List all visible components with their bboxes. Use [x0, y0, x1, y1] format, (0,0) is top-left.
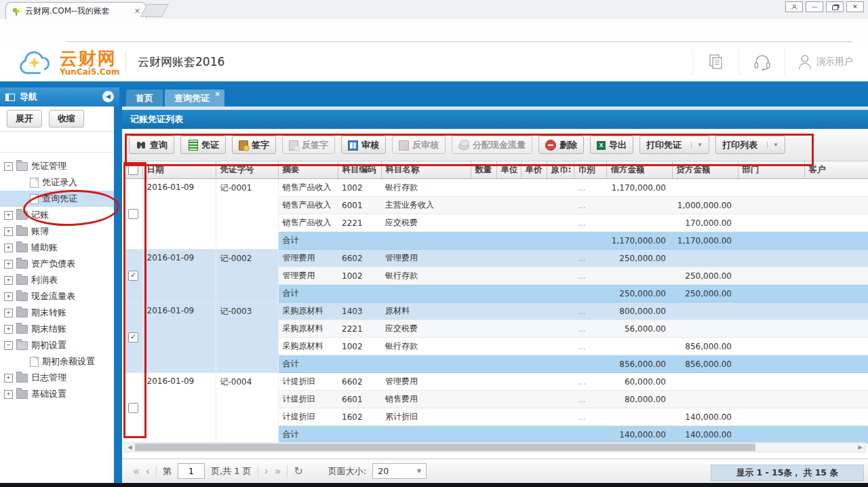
- toolbar-button-凭证[interactable]: 凭证: [180, 136, 226, 154]
- sidebar-item-label: 日志管理: [31, 372, 66, 384]
- row-checkbox[interactable]: [128, 209, 138, 219]
- page-size-select[interactable]: 20 ▼: [372, 463, 427, 479]
- sidebar-item-辅助账[interactable]: +辅助账: [0, 239, 114, 256]
- toolbar-button-打印列表[interactable]: 打印列表▼: [715, 136, 785, 154]
- account-name-cell: 销售费用: [381, 391, 471, 408]
- account-code-cell: 2221: [338, 320, 381, 338]
- column-header-借方金额[interactable]: 借方金额: [606, 161, 672, 179]
- first-page-icon[interactable]: «: [133, 465, 140, 478]
- row-checkbox[interactable]: [128, 403, 138, 413]
- column-header-币别[interactable]: 币别: [574, 161, 606, 179]
- toolbar-button-审核[interactable]: 审核: [341, 136, 386, 154]
- sidebar-item-期末转账[interactable]: +期末转账: [0, 305, 114, 321]
- folder-icon: [16, 244, 28, 252]
- column-header-科目名称[interactable]: 科目名称: [381, 161, 471, 179]
- collapse-all-button[interactable]: 收缩: [49, 110, 84, 128]
- support-button[interactable]: [738, 48, 785, 75]
- unit-cell: [496, 303, 521, 320]
- row-checkbox[interactable]: ✓: [128, 332, 138, 343]
- chevron-down-icon[interactable]: ▼: [767, 142, 778, 148]
- column-header-单价[interactable]: 单价: [521, 161, 547, 179]
- expand-toggle-icon[interactable]: +: [4, 276, 13, 285]
- column-header-日期[interactable]: 日期: [142, 161, 216, 179]
- sidebar-collapse-icon[interactable]: ◀: [102, 91, 114, 102]
- toolbar-button-label: 查询: [150, 139, 167, 151]
- sidebar-item-账簿[interactable]: +账簿: [0, 223, 114, 239]
- browser-tab-close-icon[interactable]: ✕: [134, 7, 140, 16]
- tab-close-icon[interactable]: ×: [215, 90, 220, 98]
- page-size-value: 20: [378, 466, 389, 476]
- column-header-科目编码[interactable]: 科目编码: [338, 161, 381, 179]
- unit-price-cell: [521, 267, 547, 285]
- sidebar-item-记账[interactable]: +记账: [0, 207, 114, 223]
- collapse-toggle-icon[interactable]: −: [4, 162, 13, 171]
- horizontal-scrollbar[interactable]: ◀ ▶: [124, 442, 866, 452]
- column-header-摘要[interactable]: 摘要: [278, 161, 338, 179]
- unit-price-cell: [521, 391, 547, 408]
- sidebar-item-凭证录入[interactable]: 凭证录入: [0, 174, 114, 191]
- sidebar-item-查询凭证[interactable]: 查询凭证: [0, 191, 114, 207]
- tab-query-voucher[interactable]: 查询凭证×: [165, 90, 224, 106]
- last-page-icon[interactable]: »: [275, 465, 281, 478]
- documents-button[interactable]: [692, 48, 738, 75]
- expand-toggle-icon[interactable]: +: [4, 374, 13, 383]
- profile-button[interactable]: [785, 1, 803, 12]
- toolbar-button-签字[interactable]: 签字: [232, 136, 276, 154]
- prev-page-icon[interactable]: ‹: [146, 465, 150, 478]
- user-menu[interactable]: 演示用户: [785, 48, 868, 75]
- tab-home[interactable]: 首页: [126, 90, 163, 106]
- browser-tab-strip: 云财网.COM--我的账套 ✕ — ✕: [0, 0, 868, 19]
- total-empty-cell: [738, 426, 804, 444]
- sidebar-item-期初设置[interactable]: −期初设置: [0, 337, 114, 353]
- column-header-部门[interactable]: 部门: [738, 161, 804, 179]
- scrollbar-thumb[interactable]: [135, 444, 755, 451]
- sidebar-item-利润表[interactable]: +利润表: [0, 272, 114, 288]
- page-number-input[interactable]: [178, 463, 205, 479]
- toolbar-button-导出[interactable]: 导出: [590, 136, 633, 154]
- sidebar-item-期初余额设置[interactable]: 期初余额设置: [0, 353, 114, 370]
- select-all-checkbox[interactable]: [128, 165, 138, 175]
- scroll-right-icon[interactable]: ▶: [855, 444, 865, 450]
- expand-toggle-icon[interactable]: +: [4, 309, 13, 317]
- toolbar-button-打印凭证[interactable]: 打印凭证▼: [639, 136, 709, 154]
- column-header-客户[interactable]: 客户: [804, 161, 868, 179]
- column-header-凭证字号[interactable]: 凭证字号: [216, 161, 278, 179]
- next-page-icon[interactable]: ›: [264, 465, 269, 478]
- brand-logo[interactable]: 云财网 YunCai5.Com: [18, 47, 119, 79]
- toolbar-button-查询[interactable]: 查询: [129, 136, 174, 154]
- browser-tab[interactable]: 云财网.COM--我的账套 ✕: [5, 2, 146, 20]
- sidebar-item-现金流量表[interactable]: +现金流量表: [0, 288, 114, 305]
- sidebar-item-基础设置[interactable]: +基础设置: [0, 386, 114, 402]
- delete-icon: [545, 140, 556, 151]
- scroll-left-icon[interactable]: ◀: [125, 444, 135, 450]
- collapse-toggle-icon[interactable]: −: [4, 341, 13, 350]
- expand-toggle-icon[interactable]: +: [4, 325, 13, 334]
- expand-toggle-icon[interactable]: +: [4, 260, 13, 269]
- sidebar-item-期末结账[interactable]: +期末结账: [0, 321, 114, 337]
- account-name-cell: 银行存款: [381, 338, 471, 355]
- quantity-cell: [471, 214, 496, 232]
- column-header-单位[interactable]: 单位: [496, 161, 521, 179]
- column-header-原币:[interactable]: 原币:: [547, 161, 574, 179]
- sidebar-item-日志管理[interactable]: +日志管理: [0, 370, 114, 386]
- reload-icon[interactable]: ↻: [294, 465, 302, 478]
- expand-toggle-icon[interactable]: +: [4, 292, 13, 301]
- voucher-date: 2016-01-09: [142, 250, 216, 303]
- close-button[interactable]: ✕: [846, 1, 864, 12]
- column-header-贷方金额[interactable]: 贷方金额: [672, 161, 738, 179]
- expand-toggle-icon[interactable]: +: [4, 227, 13, 236]
- credit-amount-cell: [672, 320, 738, 338]
- expand-toggle-icon[interactable]: +: [4, 390, 13, 399]
- column-header-数量[interactable]: 数量: [471, 161, 496, 179]
- expand-all-button[interactable]: 展开: [7, 110, 42, 128]
- row-checkbox[interactable]: ✓: [128, 271, 138, 281]
- toolbar-button-删除[interactable]: 删除: [538, 136, 584, 154]
- sidebar-item-资产负债表[interactable]: +资产负债表: [0, 256, 114, 272]
- minimize-button[interactable]: —: [806, 1, 823, 12]
- sidebar-item-凭证管理[interactable]: −凭证管理: [0, 158, 114, 174]
- expand-toggle-icon[interactable]: +: [4, 244, 13, 252]
- expand-toggle-icon[interactable]: +: [4, 211, 13, 220]
- restore-button[interactable]: [826, 1, 844, 12]
- total-credit-cell: 250,000.00: [672, 285, 738, 303]
- chevron-down-icon[interactable]: ▼: [691, 142, 703, 148]
